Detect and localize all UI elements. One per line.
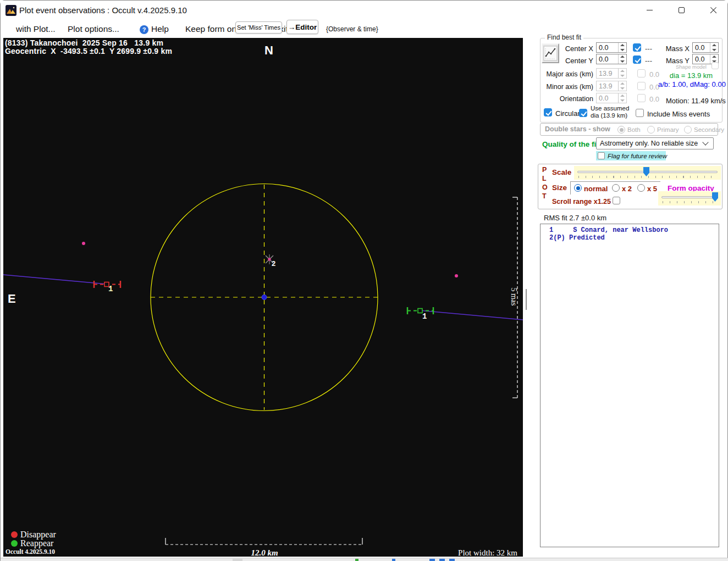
app-icon: [5, 5, 16, 16]
size-x2-radio[interactable]: [612, 184, 620, 192]
double-both-radio[interactable]: [617, 126, 625, 134]
mass-x-label: Mass X: [663, 45, 690, 53]
form-opacity-slider-thumb[interactable]: [712, 192, 718, 202]
diameter-text: dia = 13.9 km: [660, 71, 722, 80]
minor-axis-spin-buttons[interactable]: [618, 81, 626, 91]
orientation-fit-checkbox[interactable]: [637, 94, 646, 102]
plot-scrollbar-thumb[interactable]: [526, 289, 527, 310]
taskbar-item[interactable]: [449, 559, 455, 561]
menu-with-plot[interactable]: with Plot...: [16, 24, 56, 34]
use-assumed-label-line2: dia (13.9 km): [591, 112, 627, 119]
include-miss-checkbox[interactable]: [636, 109, 644, 117]
north-label: N: [259, 43, 279, 58]
center-x-input[interactable]: 0.0: [596, 42, 627, 53]
center-x-fit-checkbox[interactable]: [633, 43, 641, 52]
shape-model-label: Shape model: [676, 64, 707, 70]
center-x-value[interactable]: 0.0: [597, 43, 618, 52]
center-y-spin-buttons[interactable]: [618, 54, 626, 64]
double-primary-label: Primary: [657, 126, 679, 133]
major-axis-spin-buttons[interactable]: [618, 69, 626, 78]
center-x-spin-buttons[interactable]: [618, 43, 626, 52]
orientation-value[interactable]: 0.0: [597, 93, 618, 103]
reappear-chord-marker: [407, 307, 433, 314]
scroll-range-checkbox[interactable]: [613, 197, 620, 204]
double-secondary-label: Secondary: [694, 126, 724, 133]
circular-checkbox[interactable]: [544, 108, 552, 116]
major-axis-input[interactable]: 13.9: [596, 68, 627, 79]
orientation-flag: 0.0: [649, 95, 659, 103]
menu-help[interactable]: Help: [151, 24, 169, 34]
taskbar-item[interactable]: [355, 559, 359, 561]
disappear-chord-marker: [94, 281, 120, 288]
scale-slider[interactable]: [574, 166, 721, 180]
scale-label: Scale: [552, 168, 571, 176]
title-bar: Plot event observations : Occult v.4.202…: [1, 1, 727, 20]
motion-text: Motion: 11.49 km/s: [666, 97, 726, 105]
scale-slider-thumb[interactable]: [643, 167, 649, 176]
chord2-number-label: 1: [422, 312, 427, 321]
size-x5-radio[interactable]: [637, 184, 645, 192]
center-x-label: Center X: [553, 45, 593, 53]
minor-axis-input[interactable]: 13.9: [596, 81, 627, 91]
plot-canvas[interactable]: (8133) Takanochoei 2025 Sep 16 13.9 km G…: [3, 38, 523, 557]
shape-model-checkbox[interactable]: [712, 62, 719, 69]
km-scale-label: 12.0 km: [212, 548, 317, 558]
menu-bar: with Plot... Plot options... ? Help Keep…: [1, 20, 727, 38]
plot-graphics: [3, 38, 523, 557]
double-both-label: Both: [627, 126, 641, 133]
center-y-flag: ---: [645, 57, 652, 65]
double-secondary-radio[interactable]: [684, 126, 692, 134]
quality-dropdown[interactable]: Astrometry only. No reliable size: [596, 137, 714, 149]
mass-x-input[interactable]: 0.0: [692, 42, 719, 53]
mass-x-value[interactable]: 0.0: [693, 43, 710, 52]
center-y-value[interactable]: 0.0: [597, 54, 618, 64]
minor-axis-fit-checkbox[interactable]: [637, 82, 646, 90]
observation-row-1[interactable]: 1 S Conard, near Wellsboro: [549, 226, 668, 234]
major-axis-value[interactable]: 13.9: [597, 69, 618, 78]
rms-fit-label: RMS fit 2.7 ±0.0 km: [544, 214, 606, 222]
taskbar-item[interactable]: [392, 559, 395, 561]
asteroid-circle: [151, 184, 378, 411]
mass-x-spin-buttons[interactable]: [710, 43, 718, 52]
reappear-legend-label: Reappear: [20, 538, 53, 548]
editor-button[interactable]: →Editor: [286, 20, 318, 34]
observation-row-2[interactable]: 2(P) Predicted: [549, 234, 605, 242]
size-normal-radio[interactable]: [574, 184, 582, 192]
include-miss-label: Include Miss events: [647, 110, 710, 118]
center-y-fit-checkbox[interactable]: [633, 55, 641, 64]
observations-listbox[interactable]: 1 S Conard, near Wellsboro 2(P) Predicte…: [540, 224, 719, 547]
minimize-button[interactable]: [637, 1, 662, 19]
major-axis-fit-checkbox[interactable]: [637, 69, 646, 77]
taskbar-item[interactable]: [429, 559, 435, 561]
form-opacity-slider[interactable]: [658, 191, 721, 205]
size-x2-label: x 2: [622, 185, 632, 193]
quality-dropdown-value: Astrometry only. No reliable size: [597, 140, 703, 147]
size-x5-label: x 5: [647, 185, 657, 193]
flag-review-checkbox[interactable]: [598, 152, 605, 159]
maximize-button[interactable]: [669, 1, 694, 19]
use-assumed-dia-checkbox[interactable]: [579, 109, 587, 117]
quality-label: Quality of the fit: [542, 140, 599, 148]
form-opacity-slider-track[interactable]: [661, 196, 718, 198]
menu-plot-options[interactable]: Plot options...: [68, 24, 119, 34]
double-primary-radio[interactable]: [647, 126, 655, 134]
plot-title-line2: Geocentric X -3493.5 ±0.1 Y 2699.9 ±0.9 …: [5, 47, 172, 55]
flag-review-label: Flag for future review: [608, 153, 667, 159]
orientation-spin-buttons[interactable]: [618, 93, 626, 103]
east-label: E: [8, 292, 16, 306]
center-y-input[interactable]: 0.0: [596, 54, 627, 64]
minor-axis-value[interactable]: 13.9: [597, 81, 618, 91]
taskbar-item[interactable]: [233, 559, 242, 561]
set-miss-times-button[interactable]: Set 'Miss' Times: [235, 21, 282, 34]
form-opacity-slider-ticks: [663, 201, 716, 203]
plot-letter-p: P: [542, 166, 547, 174]
size-normal-label: normal: [584, 185, 608, 193]
center-x-flag: ---: [645, 45, 652, 53]
plot-letter-o: O: [542, 184, 548, 191]
taskbar-item[interactable]: [439, 559, 445, 561]
mass-y-value[interactable]: 0.0: [693, 54, 710, 64]
close-button[interactable]: [701, 1, 726, 19]
plot-width-label: Plot width: 32 km: [421, 548, 517, 558]
help-icon: ?: [140, 25, 148, 34]
orientation-input[interactable]: 0.0: [596, 93, 627, 103]
